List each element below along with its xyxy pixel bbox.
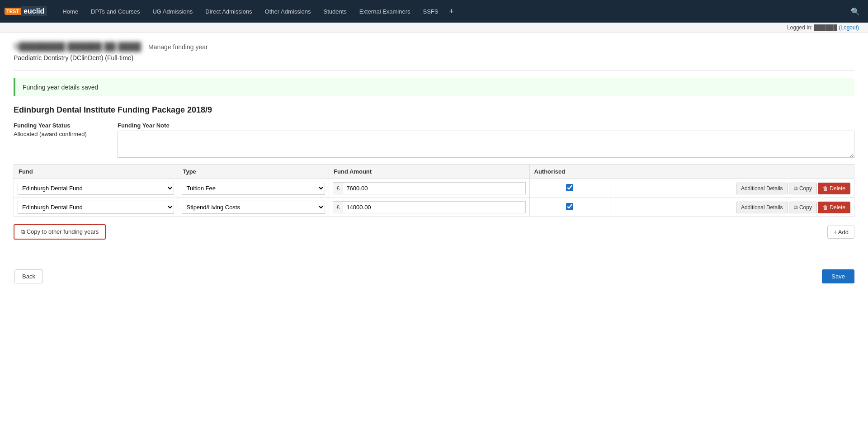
nav-plus[interactable]: + xyxy=(445,7,459,16)
currency-symbol-0: £ xyxy=(333,183,343,194)
table-row: Edinburgh Dental FundTuition Fee£Additio… xyxy=(14,179,854,198)
page-title: S████████ ██████ ██ ████ xyxy=(14,42,141,52)
sub-title: Paediatric Dentistry (DClinDent) (Full-t… xyxy=(14,54,854,61)
currency-symbol-1: £ xyxy=(333,202,343,213)
fund-table: Fund Type Fund Amount Authorised Edinbur… xyxy=(14,164,854,217)
nav-other-admissions[interactable]: Other Admissions xyxy=(259,0,317,23)
fund-select-0[interactable]: Edinburgh Dental Fund xyxy=(18,182,174,195)
funding-year-status-label: Funding Year Status xyxy=(14,122,104,129)
th-authorised: Authorised xyxy=(529,165,610,179)
page-header: S████████ ██████ ██ ████ Manage funding … xyxy=(14,42,854,52)
additional-details-button-0[interactable]: Additional Details xyxy=(736,183,788,194)
type-select-0[interactable]: Tuition Fee xyxy=(182,182,325,195)
th-fund: Fund xyxy=(14,165,178,179)
logged-in-label: Logged In: xyxy=(787,24,813,31)
action-cell-1: Additional Details⧉ Copy🗑 Delete xyxy=(610,198,854,217)
brand-test: TEST xyxy=(5,8,21,15)
search-button[interactable]: 🔍 xyxy=(847,5,863,18)
authorised-checkbox-1[interactable] xyxy=(566,203,573,210)
navbar-right: 🔍 xyxy=(847,5,863,18)
fund-table-header: Fund Type Fund Amount Authorised xyxy=(14,165,854,179)
amount-input-0[interactable] xyxy=(343,183,525,194)
amount-input-1[interactable] xyxy=(343,202,525,213)
add-button[interactable]: + Add xyxy=(827,226,854,239)
action-cell-0: Additional Details⧉ Copy🗑 Delete xyxy=(610,179,854,198)
logout-link[interactable]: (Logout) xyxy=(839,24,859,31)
table-row: Edinburgh Dental FundStipend/Living Cost… xyxy=(14,198,854,217)
fund-table-body: Edinburgh Dental FundTuition Fee£Additio… xyxy=(14,179,854,217)
fund-select-1[interactable]: Edinburgh Dental Fund xyxy=(18,201,174,214)
fund-cell-0: Edinburgh Dental Fund xyxy=(14,179,178,198)
nav-home[interactable]: Home xyxy=(56,0,85,23)
nav-dpts[interactable]: DPTs and Courses xyxy=(85,0,146,23)
authorised-checkbox-0[interactable] xyxy=(566,184,573,191)
type-cell-1: Stipend/Living Costs xyxy=(178,198,329,217)
navbar: TEST euclid Home DPTs and Courses UG Adm… xyxy=(0,0,868,23)
copy-button-0[interactable]: ⧉ Copy xyxy=(789,183,817,194)
logged-in-user: ██████ xyxy=(814,24,839,31)
th-type: Type xyxy=(178,165,329,179)
type-select-1[interactable]: Stipend/Living Costs xyxy=(182,201,325,214)
copy-to-other-years-label: Copy to other funding years xyxy=(27,228,99,235)
page-footer: Back Save xyxy=(0,262,868,291)
copy-icon: ⧉ xyxy=(21,228,27,235)
additional-details-button-1[interactable]: Additional Details xyxy=(736,202,788,213)
copy-to-other-years-button[interactable]: ⧉ Copy to other funding years xyxy=(14,224,106,240)
logged-in-bar: Logged In: ██████ (Logout) xyxy=(0,23,868,33)
success-message: Funding year details saved xyxy=(23,84,98,91)
nav-links: Home DPTs and Courses UG Admissions Dire… xyxy=(56,0,847,23)
funding-year-status-group: Funding Year Status Allocated (award con… xyxy=(14,122,104,137)
nav-students[interactable]: Students xyxy=(317,0,353,23)
amount-cell-0: £ xyxy=(329,179,529,198)
save-button[interactable]: Save xyxy=(822,269,854,283)
copy-button-1[interactable]: ⧉ Copy xyxy=(789,202,817,213)
authorised-cell-0 xyxy=(529,179,610,198)
nav-direct-admissions[interactable]: Direct Admissions xyxy=(199,0,258,23)
type-cell-0: Tuition Fee xyxy=(178,179,329,198)
package-title: Edinburgh Dental Institute Funding Packa… xyxy=(14,105,854,115)
delete-button-0[interactable]: 🗑 Delete xyxy=(818,183,850,194)
manage-label: Manage funding year xyxy=(148,43,208,51)
th-fund-amount: Fund Amount xyxy=(329,165,529,179)
divider xyxy=(14,71,854,71)
main-content: S████████ ██████ ██ ████ Manage funding … xyxy=(0,33,868,249)
brand: TEST euclid xyxy=(5,6,47,16)
funding-year-status-value: Allocated (award confirmed) xyxy=(14,131,104,137)
funding-year-note-group: Funding Year Note xyxy=(118,122,854,158)
brand-euclid: euclid xyxy=(21,6,47,16)
amount-cell-1: £ xyxy=(329,198,529,217)
back-button[interactable]: Back xyxy=(14,269,43,283)
funding-year-note-input[interactable] xyxy=(118,131,854,158)
authorised-cell-1 xyxy=(529,198,610,217)
nav-ssfs[interactable]: SSFS xyxy=(417,0,445,23)
funding-year-note-label: Funding Year Note xyxy=(118,122,854,129)
delete-button-1[interactable]: 🗑 Delete xyxy=(818,202,850,213)
nav-ug-admissions[interactable]: UG Admissions xyxy=(146,0,199,23)
funding-year-form-row: Funding Year Status Allocated (award con… xyxy=(14,122,854,158)
success-banner: Funding year details saved xyxy=(14,78,854,96)
nav-external-examiners[interactable]: External Examiners xyxy=(353,0,417,23)
bottom-actions: ⧉ Copy to other funding years + Add xyxy=(14,224,854,240)
th-actions xyxy=(610,165,854,179)
fund-cell-1: Edinburgh Dental Fund xyxy=(14,198,178,217)
